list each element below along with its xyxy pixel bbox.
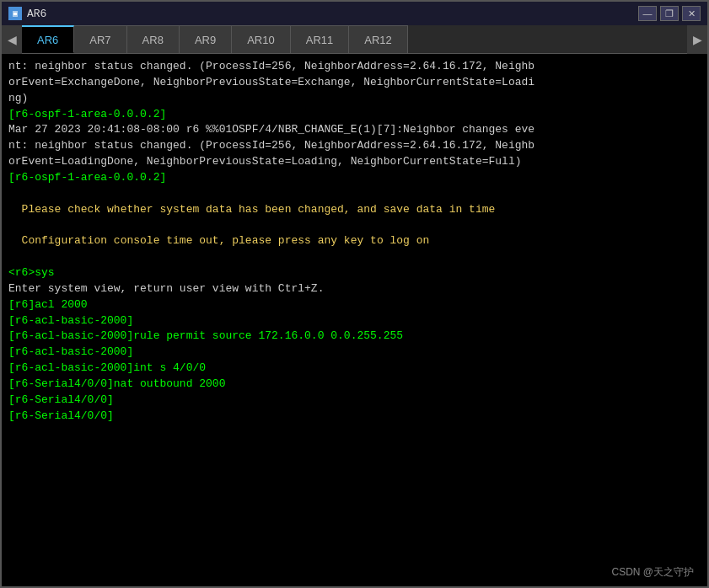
terminal-line: [r6-acl-basic-2000]int s 4/0/0 <box>8 361 701 377</box>
terminal-line: [r6-Serial4/0/0] <box>8 409 701 425</box>
tab-AR6[interactable]: AR6 <box>22 25 74 53</box>
terminal-line: Mar 27 2023 20:41:08-08:00 r6 %%01OSPF/4… <box>8 122 701 138</box>
tab-prev-button[interactable]: ◀ <box>2 25 22 54</box>
terminal-line <box>8 249 701 265</box>
terminal-line: [r6-ospf-1-area-0.0.0.2] <box>8 170 701 186</box>
terminal-line <box>8 217 701 233</box>
terminal-line <box>8 186 701 202</box>
close-button[interactable]: ✕ <box>682 6 701 21</box>
terminal-line: [r6-acl-basic-2000] <box>8 313 701 329</box>
tab-AR12[interactable]: AR12 <box>349 25 408 53</box>
tab-AR10[interactable]: AR10 <box>232 25 291 53</box>
terminal-line: nt: neighbor status changed. (ProcessId=… <box>8 59 701 75</box>
tab-AR9[interactable]: AR9 <box>180 25 232 53</box>
tab-bar: ◀ AR6 AR7 AR8 AR9 AR10 AR11 AR12 ▶ <box>2 25 707 54</box>
terminal-line: Configuration console time out, please p… <box>8 233 701 249</box>
terminal-line: Enter system view, return user view with… <box>8 281 701 297</box>
terminal-line: [r6-acl-basic-2000]rule permit source 17… <box>8 329 701 345</box>
main-window: ▣ AR6 — ❐ ✕ ◀ AR6 AR7 AR8 AR9 AR10 AR11 … <box>0 0 709 588</box>
tabs-container: AR6 AR7 AR8 AR9 AR10 AR11 AR12 <box>22 25 687 53</box>
terminal-line: [r6-acl-basic-2000] <box>8 345 701 361</box>
terminal-line: orEvent=LoadingDone, NeighborPreviousSta… <box>8 154 701 170</box>
tab-AR7[interactable]: AR7 <box>74 25 126 53</box>
terminal-wrapper: nt: neighbor status changed. (ProcessId=… <box>2 54 707 586</box>
tab-AR8[interactable]: AR8 <box>127 25 180 53</box>
terminal-line: nt: neighbor status changed. (ProcessId=… <box>8 138 701 154</box>
terminal-line: ng) <box>8 91 701 107</box>
terminal-content: nt: neighbor status changed. (ProcessId=… <box>8 59 701 424</box>
restore-button[interactable]: ❐ <box>660 6 679 21</box>
tab-AR11[interactable]: AR11 <box>291 25 350 53</box>
title-bar-left: ▣ AR6 <box>8 7 46 20</box>
minimize-button[interactable]: — <box>638 6 657 21</box>
terminal-line: [r6]acl 2000 <box>8 297 701 313</box>
tab-next-button[interactable]: ▶ <box>687 25 707 54</box>
terminal[interactable]: nt: neighbor status changed. (ProcessId=… <box>2 54 707 586</box>
title-controls: — ❐ ✕ <box>638 6 701 21</box>
terminal-line: [r6-Serial4/0/0] <box>8 393 701 409</box>
title-bar: ▣ AR6 — ❐ ✕ <box>2 2 707 25</box>
app-icon: ▣ <box>8 7 22 20</box>
watermark: CSDN @天之守护 <box>611 565 694 580</box>
terminal-line: [r6-Serial4/0/0]nat outbound 2000 <box>8 377 701 393</box>
terminal-line: Please check whether system data has bee… <box>8 202 701 218</box>
terminal-line: [r6-ospf-1-area-0.0.0.2] <box>8 107 701 123</box>
terminal-line: <r6>sys <box>8 265 701 281</box>
terminal-line: orEvent=ExchangeDone, NeighborPreviousSt… <box>8 75 701 91</box>
window-title: AR6 <box>27 8 46 20</box>
